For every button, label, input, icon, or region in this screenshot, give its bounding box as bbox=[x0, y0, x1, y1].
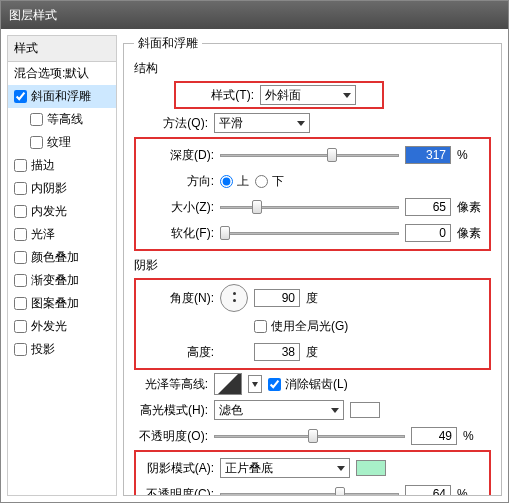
direction-down[interactable]: 下 bbox=[255, 173, 284, 190]
highlight-opacity-unit: % bbox=[463, 429, 491, 443]
check-drop-shadow[interactable] bbox=[14, 343, 27, 356]
check-bevel[interactable] bbox=[14, 90, 27, 103]
check-contour[interactable] bbox=[30, 113, 43, 126]
check-inner-shadow[interactable] bbox=[14, 182, 27, 195]
sidebar-item-label: 描边 bbox=[31, 157, 55, 174]
highlight-color-swatch[interactable] bbox=[350, 402, 380, 418]
style-list-header: 样式 bbox=[8, 36, 116, 62]
check-color-overlay[interactable] bbox=[14, 251, 27, 264]
angle-dial[interactable] bbox=[220, 284, 248, 312]
check-stroke[interactable] bbox=[14, 159, 27, 172]
sidebar-item-color-overlay[interactable]: 颜色叠加 bbox=[8, 246, 116, 269]
altitude-unit: 度 bbox=[306, 344, 334, 361]
shadow-mode-value: 正片叠底 bbox=[225, 460, 273, 477]
sidebar-item-label: 内发光 bbox=[31, 203, 67, 220]
chevron-down-icon bbox=[337, 466, 345, 471]
highlight-opacity-slider[interactable] bbox=[214, 429, 405, 443]
bevel-fieldset: 斜面和浮雕 结构 样式(T): 外斜面 方法(Q): 平滑 bbox=[123, 35, 502, 496]
size-slider[interactable] bbox=[220, 200, 399, 214]
shadow-mode-label: 阴影模式(A): bbox=[140, 460, 214, 477]
method-label: 方法(Q): bbox=[134, 115, 208, 132]
shadow-opacity-label: 不透明度(C): bbox=[140, 486, 214, 497]
structure-legend: 结构 bbox=[134, 60, 491, 77]
altitude-label: 高度: bbox=[140, 344, 214, 361]
highlight-mode-select[interactable]: 滤色 bbox=[214, 400, 344, 420]
depth-value[interactable]: 317 bbox=[405, 146, 451, 164]
sidebar-item-stroke[interactable]: 描边 bbox=[8, 154, 116, 177]
titlebar: 图层样式 bbox=[1, 1, 508, 29]
sidebar-item-pattern-overlay[interactable]: 图案叠加 bbox=[8, 292, 116, 315]
highlight-mode-label: 高光模式(H): bbox=[134, 402, 208, 419]
layer-style-dialog: 图层样式 样式 混合选项:默认 斜面和浮雕 等高线 纹理 bbox=[0, 0, 509, 503]
sidebar-item-outer-glow[interactable]: 外发光 bbox=[8, 315, 116, 338]
angle-value[interactable]: 90 bbox=[254, 289, 300, 307]
style-list: 样式 混合选项:默认 斜面和浮雕 等高线 纹理 描边 内阴影 bbox=[7, 35, 117, 496]
soften-label: 软化(F): bbox=[140, 225, 214, 242]
sidebar-item-label: 渐变叠加 bbox=[31, 272, 79, 289]
sidebar-item-label: 纹理 bbox=[47, 134, 71, 151]
check-texture[interactable] bbox=[30, 136, 43, 149]
sidebar-item-drop-shadow[interactable]: 投影 bbox=[8, 338, 116, 361]
settings-panel: 斜面和浮雕 结构 样式(T): 外斜面 方法(Q): 平滑 bbox=[123, 35, 502, 496]
sidebar-item-texture[interactable]: 纹理 bbox=[8, 131, 116, 154]
panel-title: 斜面和浮雕 bbox=[134, 35, 202, 52]
sidebar-item-label: 光泽 bbox=[31, 226, 55, 243]
global-light-check[interactable]: 使用全局光(G) bbox=[254, 318, 348, 335]
sidebar-item-contour[interactable]: 等高线 bbox=[8, 108, 116, 131]
chevron-down-icon bbox=[343, 93, 351, 98]
radio-down[interactable] bbox=[255, 175, 268, 188]
shadow-opacity-value[interactable]: 64 bbox=[405, 485, 451, 496]
check-satin[interactable] bbox=[14, 228, 27, 241]
sidebar-item-inner-glow[interactable]: 内发光 bbox=[8, 200, 116, 223]
chevron-down-icon bbox=[252, 382, 258, 387]
size-label: 大小(Z): bbox=[140, 199, 214, 216]
angle-label: 角度(N): bbox=[140, 290, 214, 307]
altitude-value[interactable]: 38 bbox=[254, 343, 300, 361]
chevron-down-icon bbox=[297, 121, 305, 126]
sidebar-item-gradient-overlay[interactable]: 渐变叠加 bbox=[8, 269, 116, 292]
gloss-contour-picker[interactable] bbox=[214, 373, 242, 395]
soften-value[interactable]: 0 bbox=[405, 224, 451, 242]
sidebar-item-label: 外发光 bbox=[31, 318, 67, 335]
antialias-check[interactable]: 消除锯齿(L) bbox=[268, 376, 348, 393]
angle-unit: 度 bbox=[306, 290, 334, 307]
sidebar-item-label: 斜面和浮雕 bbox=[31, 88, 91, 105]
depth-slider[interactable] bbox=[220, 148, 399, 162]
highlight-opacity-value[interactable]: 49 bbox=[411, 427, 457, 445]
soften-slider[interactable] bbox=[220, 226, 399, 240]
direction-up[interactable]: 上 bbox=[220, 173, 249, 190]
check-antialias[interactable] bbox=[268, 378, 281, 391]
shadow-opacity-slider[interactable] bbox=[220, 487, 399, 496]
sidebar-item-label: 内阴影 bbox=[31, 180, 67, 197]
check-pattern-overlay[interactable] bbox=[14, 297, 27, 310]
check-inner-glow[interactable] bbox=[14, 205, 27, 218]
check-outer-glow[interactable] bbox=[14, 320, 27, 333]
sidebar-item-satin[interactable]: 光泽 bbox=[8, 223, 116, 246]
depth-label: 深度(D): bbox=[140, 147, 214, 164]
highlight-mode-value: 滤色 bbox=[219, 402, 243, 419]
check-gradient-overlay[interactable] bbox=[14, 274, 27, 287]
check-global-light[interactable] bbox=[254, 320, 267, 333]
shadow-legend: 阴影 bbox=[134, 257, 491, 274]
gloss-label: 光泽等高线: bbox=[134, 376, 208, 393]
sidebar-blend-row[interactable]: 混合选项:默认 bbox=[8, 62, 116, 85]
style-select[interactable]: 外斜面 bbox=[260, 85, 356, 105]
depth-unit: % bbox=[457, 148, 485, 162]
style-label: 样式(T): bbox=[180, 87, 254, 104]
gloss-contour-dropdown[interactable] bbox=[248, 375, 262, 393]
highlight-angle-box: 角度(N): 90 度 使用全局光(G) 高度: 38 度 bbox=[134, 278, 491, 370]
sidebar-item-inner-shadow[interactable]: 内阴影 bbox=[8, 177, 116, 200]
window-title: 图层样式 bbox=[9, 7, 57, 24]
method-select[interactable]: 平滑 bbox=[214, 113, 310, 133]
sidebar-item-label: 图案叠加 bbox=[31, 295, 79, 312]
size-value[interactable]: 65 bbox=[405, 198, 451, 216]
soften-unit: 像素 bbox=[457, 225, 485, 242]
direction-label: 方向: bbox=[140, 173, 214, 190]
shadow-color-swatch[interactable] bbox=[356, 460, 386, 476]
style-value: 外斜面 bbox=[265, 87, 301, 104]
shadow-opacity-unit: % bbox=[457, 487, 485, 496]
sidebar-item-bevel[interactable]: 斜面和浮雕 bbox=[8, 85, 116, 108]
sidebar-item-label: 颜色叠加 bbox=[31, 249, 79, 266]
shadow-mode-select[interactable]: 正片叠底 bbox=[220, 458, 350, 478]
radio-up[interactable] bbox=[220, 175, 233, 188]
